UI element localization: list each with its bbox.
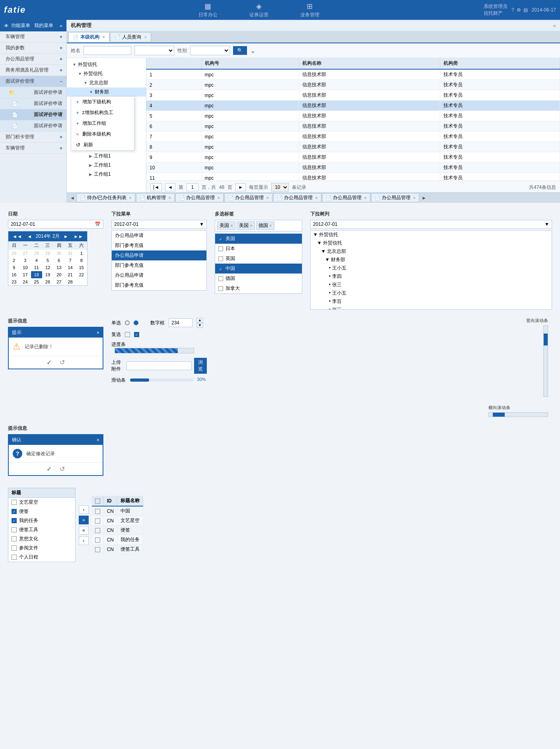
transfer-left-item[interactable]: ✓便签 xyxy=(8,507,75,516)
cal-day[interactable]: 10 xyxy=(19,264,31,271)
cal-day[interactable]: 17 xyxy=(19,271,31,278)
transfer-right-cb[interactable] xyxy=(95,547,100,552)
table-row[interactable]: 2 mpc 信息技术部 技术专员 xyxy=(146,80,560,90)
tree-dd-item[interactable]: • 王小五 xyxy=(311,264,552,272)
cal-day[interactable]: 13 xyxy=(53,264,64,271)
table-row[interactable]: 1 mpc 信息技术部 技术专员 xyxy=(146,69,560,80)
cal-day[interactable]: 11 xyxy=(31,264,42,271)
taskbar-close-6[interactable]: × xyxy=(413,195,416,201)
tree-dd-item[interactable]: ▼ 外贸信托 xyxy=(311,231,552,239)
tree-item-0[interactable]: ▼外贸信托 xyxy=(67,60,146,69)
help-icon[interactable]: ? xyxy=(511,7,514,13)
sidebar-item-vehicle2[interactable]: 车辆管理 + xyxy=(0,143,66,154)
taskbar-close-0[interactable]: × xyxy=(129,195,132,201)
cal-day[interactable]: 18 xyxy=(31,271,42,278)
page-input[interactable] xyxy=(187,183,198,191)
prompt2-ok-btn[interactable]: ✓ xyxy=(47,465,52,473)
taskbar-close-1[interactable]: × xyxy=(168,195,171,201)
cal-day[interactable]: 26 xyxy=(8,250,19,257)
sidebar-plus6[interactable]: + xyxy=(60,146,62,151)
sidebar-item-interview-eval2[interactable]: 📄 面试评价申请 xyxy=(0,120,66,132)
cal-day[interactable]: 28 xyxy=(31,250,42,257)
dropdown-box[interactable]: 2012-07-01 ▼ xyxy=(111,220,207,229)
sidebar-item-dept-card[interactable]: 部门积卡管理 + xyxy=(0,132,66,143)
gender-select2[interactable] xyxy=(190,46,230,55)
ms-option[interactable]: ✓中国 xyxy=(215,264,302,274)
table-row[interactable]: 9 mpc 信息技术部 技术专员 xyxy=(146,152,560,163)
nav-daily[interactable]: ▦ 日常办公 xyxy=(194,0,222,20)
taskbar-close-4[interactable]: × xyxy=(315,195,318,201)
tree-dd-item[interactable]: ▼ 外贸信托 xyxy=(311,239,552,247)
cal-day[interactable]: 2 xyxy=(8,257,19,264)
sidebar-header[interactable]: 👁 功能菜单 我的菜单 « xyxy=(0,20,66,31)
tab-person[interactable]: 📄 人员查询 × xyxy=(110,32,151,42)
table-row[interactable]: 8 mpc 信息技术部 技术专员 xyxy=(146,142,560,152)
cal-day[interactable]: 14 xyxy=(64,264,76,271)
cal-day[interactable]: 24 xyxy=(19,278,31,285)
table-row[interactable]: 6 mpc 信息技术部 技术专员 xyxy=(146,121,560,132)
ms-option[interactable]: 加拿大 xyxy=(215,283,302,293)
transfer-right-all-btn[interactable]: » xyxy=(79,516,89,524)
tag-remove-btn[interactable]: × xyxy=(269,223,272,229)
expand-icon[interactable]: − xyxy=(60,79,62,84)
transfer-left-item[interactable]: 意想文化 xyxy=(8,534,75,543)
taskbar-item-2[interactable]: 📄 办公用品管理 × xyxy=(175,193,224,202)
cal-day[interactable]: 26 xyxy=(42,278,53,285)
taskbar-item-6[interactable]: 📄 办公用品管理 × xyxy=(371,193,419,202)
sidebar-item-interview-apply[interactable]: 📁 面试评价申请 xyxy=(0,87,66,98)
checkbox-2[interactable]: ✓ xyxy=(134,332,139,337)
taskbar-item-1[interactable]: 📄 机构管理 × xyxy=(136,193,175,202)
sidebar-item-business[interactable]: 商务用酒及礼品管理 + xyxy=(0,65,66,76)
cal-day[interactable]: 30 xyxy=(53,250,64,257)
cal-day[interactable]: 25 xyxy=(31,278,42,285)
cal-day[interactable]: 7 xyxy=(64,257,76,264)
user-icon[interactable]: ▤ xyxy=(523,7,528,13)
transfer-left-single-btn[interactable]: ‹ xyxy=(79,536,89,545)
cal-day[interactable]: 27 xyxy=(19,250,31,257)
page-prev-btn[interactable]: ◄ xyxy=(165,183,175,191)
cal-day[interactable]: 16 xyxy=(8,271,19,278)
ms-option[interactable]: ✓美国 xyxy=(215,234,302,244)
transfer-right-cb[interactable] xyxy=(95,509,100,514)
dropdown-option[interactable]: 部门参考充值 xyxy=(112,241,206,250)
tab-org[interactable]: 📄 本级机构 × xyxy=(68,32,109,42)
table-row[interactable]: 5 mpc 信息技术部 技术专员 xyxy=(146,111,560,121)
table-row[interactable]: 4 mpc 信息技术部 技术专员 xyxy=(146,101,560,111)
num-down-btn[interactable]: ▼ xyxy=(196,323,203,328)
sidebar-plus5[interactable]: + xyxy=(60,134,62,140)
prompt2-close[interactable]: × xyxy=(97,437,99,443)
taskbar-close-5[interactable]: × xyxy=(364,195,367,201)
cal-day[interactable]: 6 xyxy=(53,257,64,264)
gender-select[interactable] xyxy=(134,46,174,55)
cal-day[interactable]: 19 xyxy=(42,271,53,278)
sidebar-plus3[interactable]: + xyxy=(60,56,62,62)
prompt2-cancel-btn[interactable]: ↺ xyxy=(60,465,65,473)
dropdown-option[interactable]: 部门参考充值 xyxy=(112,260,206,270)
page-first-btn[interactable]: |◄ xyxy=(150,183,162,191)
col-orgname[interactable]: 机构名称 xyxy=(299,58,440,69)
tree-item-1[interactable]: ▼外贸信托 xyxy=(67,69,146,78)
ms-option[interactable]: 英国 xyxy=(215,254,302,264)
transfer-right-cb[interactable] xyxy=(95,528,100,533)
sidebar-item-vehicle[interactable]: 车辆管理 + xyxy=(0,31,66,43)
settings-icon[interactable]: ⚙ xyxy=(517,7,521,13)
sidebar-plus4[interactable]: + xyxy=(60,68,62,73)
transfer-right-row[interactable]: CN 我的任务 xyxy=(92,535,143,545)
tree-item-wg2[interactable]: ▶工作组1 xyxy=(67,151,146,161)
sidebar-item-interview-mgmt[interactable]: 面试评价管理 − xyxy=(0,76,66,87)
tab-person-close[interactable]: × xyxy=(144,35,147,39)
cal-day[interactable]: 1 xyxy=(76,250,87,257)
cal-day[interactable]: 27 xyxy=(53,278,64,285)
tree-dd-item[interactable]: • 李四 xyxy=(311,272,552,281)
cal-next-year[interactable]: ►► xyxy=(72,234,85,239)
tree-dd-item[interactable]: ▼ 北京总部 xyxy=(311,247,552,256)
ctx-add-group[interactable]: + 增加工作组 xyxy=(71,118,134,129)
per-page-select[interactable]: 10 20 50 xyxy=(271,183,289,192)
prompt1-cancel-btn[interactable]: ↺ xyxy=(60,359,65,366)
taskbar-item-4[interactable]: 📄 办公用品管理 × xyxy=(273,193,321,202)
slider-outer[interactable] xyxy=(130,378,194,382)
dropdown-option[interactable]: 办公用品申请 xyxy=(112,231,206,241)
taskbar-item-0[interactable]: 📄 待办/已办任务列表 × xyxy=(76,193,135,202)
tag-remove-btn[interactable]: × xyxy=(250,223,253,229)
transfer-right-row[interactable]: CN 便签 xyxy=(92,526,143,535)
